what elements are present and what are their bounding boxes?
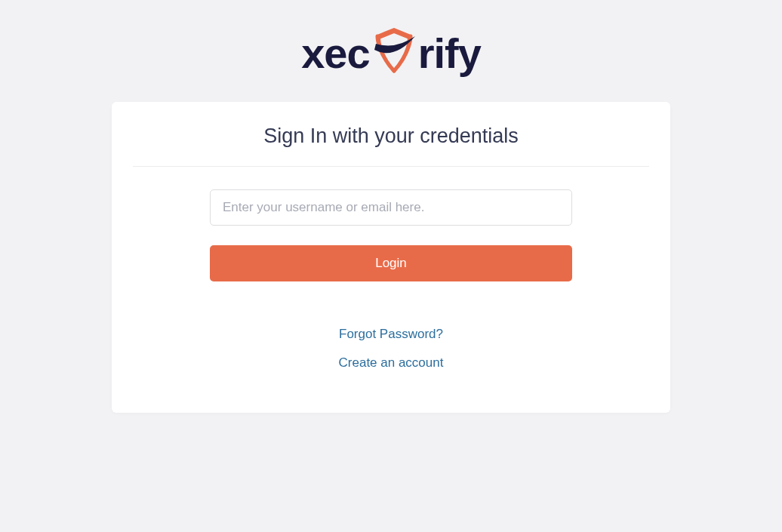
create-account-link[interactable]: Create an account <box>339 355 444 371</box>
login-page: xec rify Sign In with your credentials L… <box>0 0 782 413</box>
brand-text-right: rify <box>418 29 481 78</box>
brand-logo: xec rify <box>301 29 481 78</box>
login-button[interactable]: Login <box>210 245 572 281</box>
login-card: Sign In with your credentials Login Forg… <box>112 102 670 413</box>
login-form: Login <box>210 189 572 281</box>
username-input[interactable] <box>210 189 572 226</box>
auth-links: Forgot Password? Create an account <box>339 327 444 371</box>
shield-check-icon <box>373 27 415 75</box>
card-title: Sign In with your credentials <box>263 125 519 148</box>
forgot-password-link[interactable]: Forgot Password? <box>339 327 443 342</box>
divider <box>133 166 649 167</box>
brand-logo-inner: xec rify <box>301 29 481 78</box>
brand-text-left: xec <box>301 29 369 78</box>
